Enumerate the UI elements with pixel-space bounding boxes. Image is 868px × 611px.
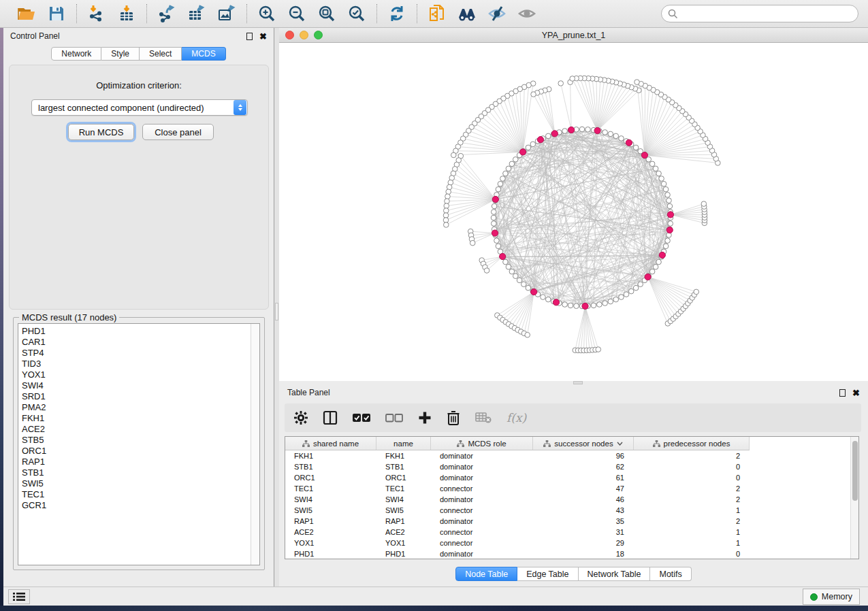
- cell-predecessor-nodes[interactable]: 1: [634, 538, 750, 548]
- cell-shared-name[interactable]: FKH1: [285, 450, 376, 461]
- cell-predecessor-nodes[interactable]: 2: [634, 450, 750, 461]
- zoom-fit-icon[interactable]: [317, 3, 337, 24]
- close-panel-icon[interactable]: ✖: [259, 32, 267, 41]
- cell-name[interactable]: SWI4: [376, 494, 431, 505]
- cell-MCDS-role[interactable]: dominator: [431, 516, 533, 527]
- close-panel-button[interactable]: Close panel: [142, 124, 214, 140]
- float-panel-icon[interactable]: [839, 389, 846, 397]
- mcds-result-item[interactable]: CAR1: [22, 337, 259, 348]
- cell-MCDS-role[interactable]: dominator: [431, 472, 533, 483]
- column-header-MCDS-role[interactable]: MCDS role: [431, 437, 533, 450]
- table-row[interactable]: TEC1TEC1connector472: [285, 483, 750, 494]
- cell-MCDS-role[interactable]: dominator: [431, 461, 533, 472]
- cell-successor-nodes[interactable]: 43: [533, 505, 634, 516]
- cell-shared-name[interactable]: TEC1: [285, 483, 376, 494]
- cell-name[interactable]: PHD1: [376, 548, 431, 559]
- scrollbar-thumb[interactable]: [852, 441, 858, 501]
- mcds-result-item[interactable]: TID3: [22, 359, 259, 369]
- cell-predecessor-nodes[interactable]: 2: [634, 516, 750, 527]
- tab-select[interactable]: Select: [140, 47, 182, 61]
- tab-style[interactable]: Style: [101, 47, 140, 61]
- table-row[interactable]: ACE2ACE2connector311: [285, 527, 750, 538]
- tab-mcds[interactable]: MCDS: [182, 47, 225, 61]
- tab-motifs[interactable]: Motifs: [650, 567, 691, 581]
- mcds-result-item[interactable]: STP4: [22, 348, 259, 359]
- mcds-result-item[interactable]: STB1: [22, 467, 259, 478]
- cell-MCDS-role[interactable]: dominator: [431, 548, 533, 559]
- cell-successor-nodes[interactable]: 62: [533, 461, 634, 472]
- vertical-splitter[interactable]: [274, 28, 279, 587]
- cell-predecessor-nodes[interactable]: 1: [634, 527, 750, 538]
- cell-successor-nodes[interactable]: 96: [533, 450, 634, 461]
- cell-MCDS-role[interactable]: connector: [431, 505, 533, 516]
- export-network-icon[interactable]: [157, 3, 177, 24]
- select-all-icon[interactable]: [353, 413, 370, 423]
- settings-gear-icon[interactable]: [294, 411, 308, 425]
- cell-MCDS-role[interactable]: connector: [431, 483, 533, 494]
- cell-MCDS-role[interactable]: connector: [431, 538, 533, 548]
- cell-predecessor-nodes[interactable]: 0: [634, 472, 750, 483]
- cell-shared-name[interactable]: ORC1: [285, 472, 376, 483]
- cell-successor-nodes[interactable]: 35: [533, 516, 634, 527]
- cell-successor-nodes[interactable]: 29: [533, 538, 634, 548]
- cell-predecessor-nodes[interactable]: 2: [634, 494, 750, 505]
- cell-successor-nodes[interactable]: 31: [533, 527, 634, 538]
- cell-shared-name[interactable]: RAP1: [285, 516, 376, 527]
- network-view-canvas[interactable]: [279, 43, 868, 381]
- cell-name[interactable]: ACE2: [376, 527, 431, 538]
- table-row[interactable]: FKH1FKH1dominator962: [285, 450, 750, 461]
- memory-button[interactable]: Memory: [803, 589, 860, 605]
- cell-predecessor-nodes[interactable]: 2: [634, 483, 750, 494]
- cell-name[interactable]: SWI5: [376, 505, 431, 516]
- column-view-icon[interactable]: [323, 410, 338, 425]
- cell-successor-nodes[interactable]: 18: [533, 548, 634, 559]
- table-row[interactable]: SWI4SWI4dominator462: [285, 494, 750, 505]
- table-row[interactable]: STB1STB1dominator620: [285, 461, 750, 472]
- tab-node-table[interactable]: Node Table: [455, 567, 517, 581]
- cell-name[interactable]: RAP1: [376, 516, 431, 527]
- refresh-layout-icon[interactable]: [387, 3, 407, 24]
- mcds-result-item[interactable]: RAP1: [22, 457, 259, 467]
- column-header-shared-name[interactable]: shared name: [285, 437, 376, 450]
- panel-menu-button[interactable]: [8, 589, 30, 604]
- criterion-select[interactable]: largest connected component (undirected): [31, 99, 248, 116]
- mcds-result-item[interactable]: GCR1: [22, 500, 259, 511]
- import-table-icon[interactable]: [116, 3, 137, 24]
- column-header-successor-nodes[interactable]: successor nodes: [533, 437, 634, 450]
- zoom-selected-icon[interactable]: [347, 3, 367, 24]
- cell-name[interactable]: FKH1: [376, 450, 431, 461]
- tab-network-table[interactable]: Network Table: [579, 567, 651, 581]
- cell-name[interactable]: STB1: [376, 461, 431, 472]
- cell-successor-nodes[interactable]: 46: [533, 494, 634, 505]
- cell-shared-name[interactable]: YOX1: [285, 538, 376, 548]
- mcds-result-item[interactable]: YOX1: [22, 369, 259, 380]
- cell-name[interactable]: ORC1: [376, 472, 431, 483]
- cell-shared-name[interactable]: ACE2: [285, 527, 376, 538]
- mcds-list-scrollbar[interactable]: [251, 324, 259, 565]
- cell-shared-name[interactable]: SWI4: [285, 494, 376, 505]
- delete-table-icon[interactable]: [475, 412, 492, 424]
- cell-predecessor-nodes[interactable]: 1: [634, 505, 750, 516]
- mcds-result-item[interactable]: PMA2: [22, 402, 259, 413]
- table-row[interactable]: RAP1RAP1dominator352: [285, 516, 750, 527]
- cell-predecessor-nodes[interactable]: 0: [634, 548, 750, 559]
- export-table-icon[interactable]: [187, 3, 207, 24]
- close-panel-icon[interactable]: ✖: [852, 389, 860, 397]
- table-scrollbar[interactable]: [850, 437, 858, 559]
- table-row[interactable]: PHD1PHD1dominator180: [285, 548, 750, 559]
- float-panel-icon[interactable]: [246, 33, 253, 40]
- column-header-name[interactable]: name: [376, 437, 431, 450]
- cell-MCDS-role[interactable]: connector: [431, 527, 533, 538]
- mcds-result-item[interactable]: TEC1: [22, 489, 259, 500]
- cell-predecessor-nodes[interactable]: 0: [634, 461, 750, 472]
- show-all-icon[interactable]: [517, 3, 537, 24]
- zoom-in-icon[interactable]: [257, 3, 277, 24]
- table-row[interactable]: SWI5SWI5connector431: [285, 505, 750, 516]
- splitter-handle[interactable]: [275, 303, 278, 320]
- tab-edge-table[interactable]: Edge Table: [517, 567, 578, 581]
- cell-shared-name[interactable]: STB1: [285, 461, 376, 472]
- mcds-result-item[interactable]: ACE2: [22, 424, 259, 435]
- hide-selected-icon[interactable]: [487, 3, 507, 24]
- cell-shared-name[interactable]: PHD1: [285, 548, 376, 559]
- delete-row-icon[interactable]: [447, 410, 460, 425]
